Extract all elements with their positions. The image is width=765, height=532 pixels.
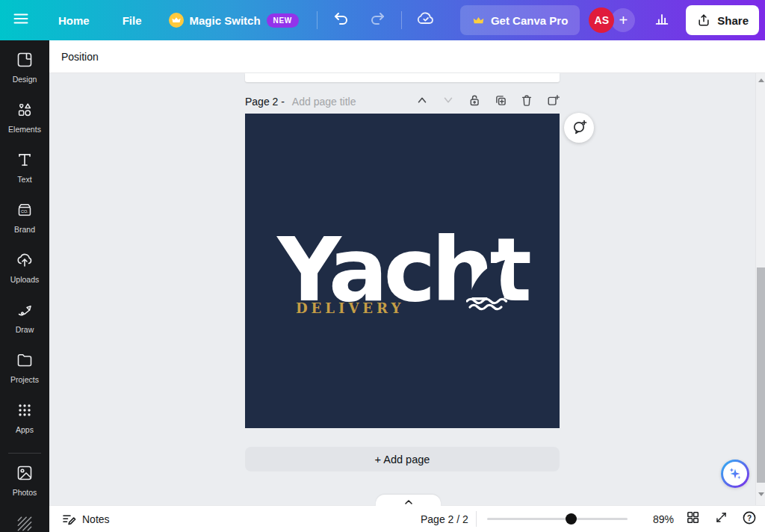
page-title-input[interactable]: Add page title [292, 96, 356, 108]
editor-main-area: Position Page 2 - Add page title Yacht [49, 40, 765, 505]
fullscreen-button[interactable] [710, 506, 732, 532]
hamburger-menu-button[interactable] [6, 5, 36, 35]
sidebar-item-label: Text [17, 175, 31, 184]
move-page-up-button[interactable] [415, 93, 429, 110]
cloud-save-status-button[interactable] [411, 5, 441, 35]
toolbar-separator [317, 11, 318, 29]
add-page-icon-button[interactable] [546, 93, 560, 110]
add-comment-button[interactable] [564, 113, 594, 143]
text-icon [16, 151, 34, 172]
add-page-label: + Add page [375, 454, 430, 466]
new-badge: NEW [267, 13, 299, 28]
sidebar-item-projects[interactable]: Projects [2, 351, 47, 393]
add-comment-icon [571, 118, 587, 137]
sidebar-divider [8, 453, 41, 454]
file-label: File [123, 14, 142, 27]
page-number-label: Page 2 - [245, 96, 288, 108]
toolbar-separator [401, 11, 402, 29]
help-button[interactable]: ? [738, 506, 761, 532]
redo-button[interactable] [362, 5, 392, 35]
side-panel-nav: Design Elements Text CO. Brand Uploads D… [0, 40, 49, 532]
chevron-up-icon [415, 93, 429, 110]
canva-editor: Home File Magic Switch NEW [0, 0, 765, 532]
shark-fin-waves-icon[interactable] [466, 257, 512, 315]
share-upload-icon [696, 13, 711, 28]
sidebar-item-design[interactable]: Design [2, 51, 47, 93]
move-page-down-button[interactable] [442, 93, 455, 110]
get-canva-pro-button[interactable]: Get Canva Pro [460, 5, 580, 35]
duplicate-page-icon [494, 93, 507, 110]
undo-icon [332, 10, 350, 31]
projects-icon [16, 351, 34, 372]
sidebar-item-label: Draw [16, 325, 34, 334]
position-button[interactable]: Position [61, 51, 99, 63]
sidebar-item-brand[interactable]: CO. Brand [2, 201, 47, 243]
uploads-icon [16, 251, 34, 272]
zoom-slider[interactable] [487, 506, 628, 532]
share-button[interactable]: Share [686, 5, 759, 35]
apps-icon [16, 401, 34, 422]
page-indicator: Page 2 / 2 [421, 506, 468, 532]
notes-label: Notes [82, 513, 110, 525]
cloud-sync-check-icon [417, 10, 435, 31]
bottom-bar-divider [476, 511, 477, 527]
sidebar-item-label: Photos [13, 488, 37, 497]
lock-page-button[interactable] [468, 93, 481, 110]
scrollbar-thumb[interactable] [757, 267, 765, 483]
bottom-bar: Notes Page 2 / 2 89% ? [49, 505, 765, 532]
assistant-button[interactable] [721, 460, 749, 488]
insights-button[interactable] [647, 5, 677, 35]
avatar-initials: AS [595, 14, 609, 26]
help-icon: ? [742, 510, 757, 528]
duplicate-page-button[interactable] [494, 93, 507, 110]
sidebar-item-label: Apps [16, 425, 34, 434]
sidebar-item-uploads[interactable]: Uploads [2, 251, 47, 293]
file-button[interactable]: File [111, 5, 154, 35]
delete-page-button[interactable] [520, 93, 533, 110]
sidebar-item-text[interactable]: Text [2, 151, 47, 193]
notes-button[interactable]: Notes [61, 506, 110, 532]
sidebar-item-label: Design [13, 75, 37, 84]
crown-icon [472, 14, 485, 27]
scroll-up-arrow[interactable] [756, 75, 765, 85]
delete-page-icon [520, 93, 533, 110]
chevron-down-icon [442, 93, 455, 110]
insights-icon [654, 10, 670, 30]
vertical-scrollbar[interactable] [755, 73, 765, 505]
sidebar-item-draw[interactable]: Draw [2, 301, 47, 343]
add-member-button[interactable]: + [611, 8, 635, 32]
expand-bottom-panel-handle[interactable] [376, 495, 441, 506]
previous-page-edge[interactable] [245, 73, 560, 82]
elements-icon [16, 101, 34, 122]
plus-icon: + [619, 12, 628, 29]
home-label: Home [58, 14, 90, 27]
grid-view-icon [686, 510, 700, 528]
undo-button[interactable] [326, 5, 356, 35]
svg-text:CO.: CO. [21, 209, 28, 214]
sidebar-item-elements[interactable]: Elements [2, 101, 47, 143]
grid-view-button[interactable] [681, 506, 704, 532]
magic-switch-button[interactable]: Magic Switch NEW [160, 5, 308, 35]
design-page-canvas[interactable]: Yacht DELIVERY [245, 114, 560, 428]
sidebar-item-label: Brand [14, 225, 35, 234]
zoom-slider-track[interactable] [487, 518, 628, 520]
home-button[interactable]: Home [46, 5, 102, 35]
sidebar-item-photos[interactable]: Photos [2, 464, 47, 506]
logo-subtitle-text[interactable]: DELIVERY [296, 300, 404, 316]
scroll-down-arrow[interactable] [756, 489, 765, 499]
redo-icon [368, 10, 386, 31]
context-toolbar: Position [49, 40, 765, 73]
share-label: Share [717, 14, 749, 27]
design-icon [16, 51, 34, 72]
svg-text:?: ? [747, 513, 752, 522]
sidebar-item-apps[interactable]: Apps [2, 401, 47, 443]
avatar[interactable]: AS [589, 7, 614, 33]
brand-icon: CO. [16, 201, 34, 222]
top-bar: Home File Magic Switch NEW [0, 0, 765, 40]
texture-app-icon[interactable] [2, 514, 47, 532]
zoom-level-label: 89% [639, 506, 674, 532]
add-page-icon [546, 93, 560, 110]
add-page-button[interactable]: + Add page [245, 447, 560, 471]
zoom-slider-handle[interactable] [566, 513, 577, 525]
draw-icon [16, 301, 34, 322]
